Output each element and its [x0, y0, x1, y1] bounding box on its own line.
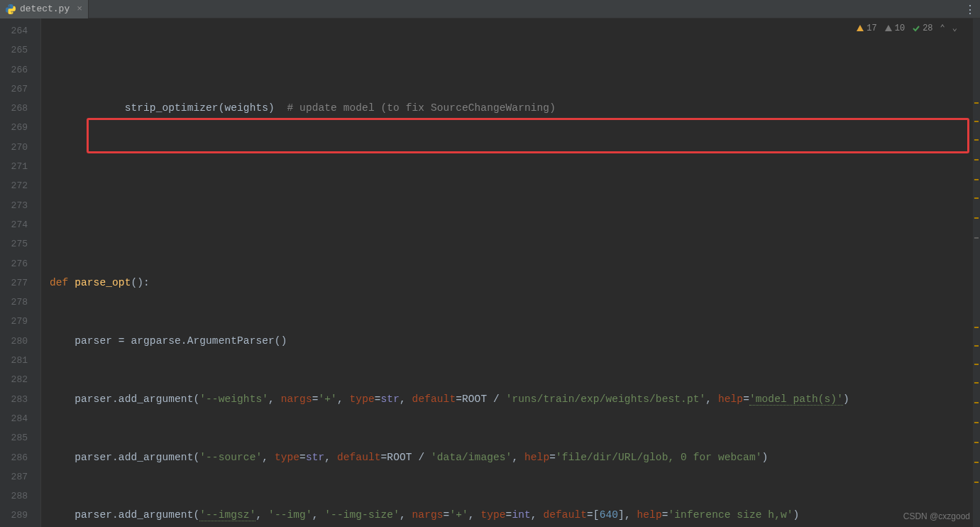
ok-indicator[interactable]: 28: [912, 23, 932, 33]
code-line[interactable]: parser.add_argument('--imgsz', '--img', …: [41, 506, 980, 525]
code-line[interactable]: [41, 157, 980, 176]
line-number: 281: [0, 351, 40, 370]
line-number: 274: [0, 215, 40, 234]
file-tab[interactable]: detect.py ×: [0, 0, 89, 18]
chevron-up-icon[interactable]: ⌃: [940, 23, 945, 33]
line-number: 272: [0, 176, 40, 195]
line-gutter: 264 265 266 267 268 269 270 271 272 273 …: [0, 18, 41, 527]
line-number: 288: [0, 487, 40, 506]
code-line[interactable]: parser.add_argument('--weights', nargs='…: [41, 390, 980, 409]
warning-triangle-icon: [884, 24, 893, 33]
line-number: 277: [0, 273, 40, 293]
tab-filename: detect.py: [20, 4, 70, 14]
highlight-annotation: [87, 118, 969, 153]
line-number: 264: [0, 21, 40, 40]
line-number: 269: [0, 118, 40, 137]
warning-triangle-icon: [856, 24, 864, 33]
line-number: 285: [0, 428, 40, 447]
line-number: 276: [0, 254, 40, 273]
inspection-indicators[interactable]: 17 10 28 ⌃ ⌄: [853, 21, 960, 35]
line-number: 268: [0, 99, 40, 118]
code-line[interactable]: [41, 215, 980, 234]
line-number: 287: [0, 467, 40, 487]
code-line[interactable]: parser.add_argument('--source', type=str…: [41, 448, 980, 467]
chevron-down-icon[interactable]: ⌄: [952, 23, 957, 33]
check-icon: [912, 24, 920, 33]
code-line[interactable]: parser = argparse.ArgumentParser(): [41, 332, 980, 351]
line-number: 283: [0, 390, 40, 409]
tab-overflow-icon[interactable]: ⋮: [964, 3, 976, 17]
editor: 264 265 266 267 268 269 270 271 272 273 …: [0, 18, 980, 527]
close-tab-icon[interactable]: ×: [77, 4, 82, 14]
python-file-icon: [6, 4, 16, 14]
line-number: 270: [0, 138, 40, 157]
code-line[interactable]: def parse_opt():: [41, 273, 980, 293]
error-indicator[interactable]: 17: [856, 23, 876, 33]
line-number: 273: [0, 196, 40, 215]
line-number: 265: [0, 40, 40, 60]
line-number: 289: [0, 506, 40, 525]
line-number: 284: [0, 409, 40, 428]
code-line[interactable]: strip_optimizer(weights) # update model …: [41, 99, 980, 118]
line-number: 267: [0, 80, 40, 99]
warning-indicator[interactable]: 10: [884, 23, 905, 33]
code-content[interactable]: strip_optimizer(weights) # update model …: [41, 18, 980, 527]
watermark: CSDN @cxzgood: [903, 511, 970, 521]
line-number: 282: [0, 370, 40, 389]
line-number: 279: [0, 312, 40, 331]
line-number: 275: [0, 234, 40, 254]
line-number: 286: [0, 448, 40, 467]
marker-strip[interactable]: [973, 18, 980, 527]
line-number: 266: [0, 60, 40, 80]
line-number: 278: [0, 293, 40, 312]
tab-bar: detect.py × ⋮: [0, 0, 980, 18]
line-number: 271: [0, 157, 40, 176]
line-number: 280: [0, 332, 40, 351]
